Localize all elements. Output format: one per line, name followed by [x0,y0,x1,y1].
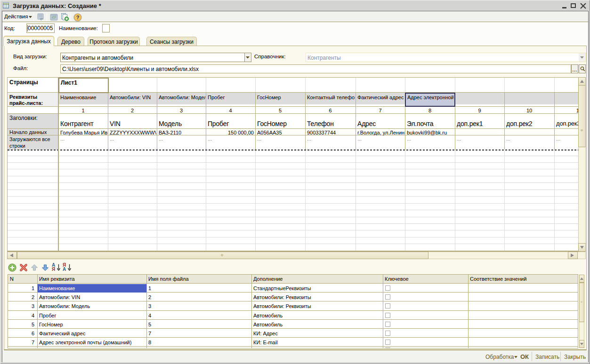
svg-text:?: ? [76,15,80,20]
